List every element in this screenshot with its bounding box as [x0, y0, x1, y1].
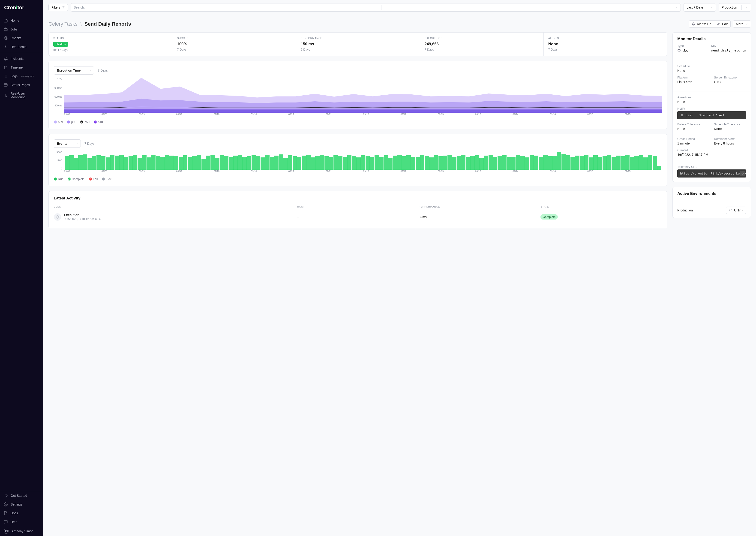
bar	[488, 155, 493, 170]
sidebar-item-heartbeats[interactable]: Heartbeats	[0, 43, 43, 51]
sidebar-item-status-pages[interactable]: Status Pages	[0, 81, 43, 89]
briefcase-icon	[4, 27, 8, 31]
stat-meta: for 17 days	[53, 48, 168, 51]
filters-button[interactable]: Filters	[49, 4, 68, 11]
svg-rect-9	[742, 173, 743, 175]
bar	[329, 157, 334, 170]
legend-item[interactable]: ✓p10	[94, 120, 103, 124]
bar	[484, 155, 488, 170]
bar	[92, 156, 96, 170]
date-range-select[interactable]: Last 7 Days	[683, 3, 716, 12]
bar	[183, 155, 188, 170]
legend-item[interactable]: ✓Fail	[89, 177, 98, 181]
bar	[548, 156, 552, 170]
sidebar-item-checks[interactable]: Checks	[0, 34, 43, 43]
legend-item[interactable]: ✓Run	[54, 177, 63, 181]
bar	[124, 157, 128, 170]
copy-icon[interactable]	[740, 171, 745, 176]
bar	[220, 155, 224, 170]
failtol-label: Failure Tolerance	[677, 122, 709, 126]
bar	[543, 155, 548, 170]
breadcrumb-parent[interactable]: Celery Tasks	[49, 21, 78, 27]
events-plot: 09/0809/0809/0909/0909/1009/1009/1109/11…	[64, 151, 662, 174]
more-button[interactable]: More	[733, 20, 751, 28]
failtol-value: None	[677, 127, 709, 131]
alerts-label: Alerts: On	[697, 22, 711, 26]
bar	[169, 155, 174, 170]
legend-item[interactable]: ✓p90	[67, 120, 76, 124]
stat-value: 150 ms	[301, 42, 415, 47]
assertions-value: None	[677, 100, 746, 104]
type-value: Job	[677, 49, 707, 52]
filters-label: Filters	[51, 6, 60, 9]
sidebar-item-docs[interactable]: Docs	[0, 509, 43, 518]
sidebar-item-incidents[interactable]: Incidents	[0, 54, 43, 63]
sidebar-item-settings[interactable]: Settings	[0, 500, 43, 509]
sidebar-item-timeline[interactable]: Timeline	[0, 63, 43, 72]
chart-range: 7 Days	[98, 69, 108, 72]
alerts-toggle-button[interactable]: Alerts: On	[689, 20, 714, 28]
calendar-icon	[4, 65, 8, 70]
stat-alerts: ALERTSNone7 Days	[544, 33, 667, 56]
bar	[366, 156, 370, 170]
stat-label: SUCCESS	[177, 37, 291, 40]
environment-select[interactable]: Production	[719, 3, 751, 12]
telemetry-url[interactable]: https://cronitor.link/p/secret-key/send_…	[677, 169, 746, 178]
legend-item[interactable]: ✓p50	[80, 120, 89, 124]
bar	[439, 156, 443, 170]
bar	[557, 152, 561, 170]
bar	[593, 155, 598, 170]
page-title: Send Daily Reports	[84, 21, 131, 27]
bar	[106, 157, 110, 170]
unlink-icon	[729, 209, 732, 212]
nav-primary: HomeJobsChecksHeartbeats IncidentsTimeli…	[0, 15, 43, 103]
reminder-label: Reminder Alerts	[714, 137, 746, 141]
more-label: More	[736, 22, 743, 26]
bar	[74, 158, 78, 170]
x-tick: 09/10	[251, 170, 288, 174]
x-tick: 09/09	[139, 113, 176, 117]
schedule-label: Schedule	[677, 64, 746, 68]
stat-meta: 7 Days	[301, 48, 415, 51]
table-row[interactable]: Execution9/15/2022, 8:10:12 AM UTC--82ms…	[54, 210, 662, 223]
x-tick: 09/12	[363, 170, 401, 174]
bar	[69, 155, 74, 170]
sidebar-item-jobs[interactable]: Jobs	[0, 25, 43, 34]
bar	[607, 155, 611, 170]
sidebar-item-help[interactable]: Help	[0, 518, 43, 526]
legend-item[interactable]: ✓Tick	[102, 177, 111, 181]
bar	[498, 156, 502, 170]
sidebar-user[interactable]: AS Anthony Simon	[0, 526, 43, 536]
bar	[265, 155, 270, 170]
edit-button[interactable]: Edit	[714, 20, 731, 28]
sidebar: Cronitor HomeJobsChecksHeartbeats Incide…	[0, 0, 43, 536]
sidebar-item-label: Home	[11, 19, 19, 22]
chart-title: Events	[57, 142, 67, 146]
bar	[466, 157, 470, 170]
bar	[566, 155, 571, 170]
perf-value: 82ms	[419, 215, 541, 219]
bar	[238, 155, 242, 170]
legend-item[interactable]: ✓p99	[54, 120, 63, 124]
type-label: Type	[677, 44, 707, 48]
bar	[338, 156, 343, 170]
chart-metric-select[interactable]: Events	[54, 139, 81, 148]
chart-metric-select[interactable]: Execution Time	[54, 66, 94, 75]
unlink-button[interactable]: Unlink	[726, 207, 746, 214]
bar	[402, 156, 407, 170]
bar	[375, 155, 379, 170]
search-input[interactable]: Search...	[71, 3, 681, 12]
sidebar-item-get-started[interactable]: Get Started	[0, 491, 43, 500]
legend-item[interactable]: ✓Complete	[68, 177, 85, 181]
bar	[384, 155, 388, 170]
bar	[65, 156, 69, 170]
x-tick: 09/14	[512, 113, 550, 117]
sidebar-item-home[interactable]: Home	[0, 16, 43, 25]
sidebar-item-label: Get Started	[11, 494, 27, 497]
bar	[561, 154, 566, 170]
sidebar-item-logs[interactable]: Logscoming soon	[0, 72, 43, 81]
tz-label: Server Timezone	[714, 76, 746, 79]
event-time: 9/15/2022, 8:10:12 AM UTC	[64, 217, 101, 221]
bar	[639, 155, 643, 170]
sidebar-item-real-user-monitoring[interactable]: Real-User Monitoring	[0, 89, 43, 101]
